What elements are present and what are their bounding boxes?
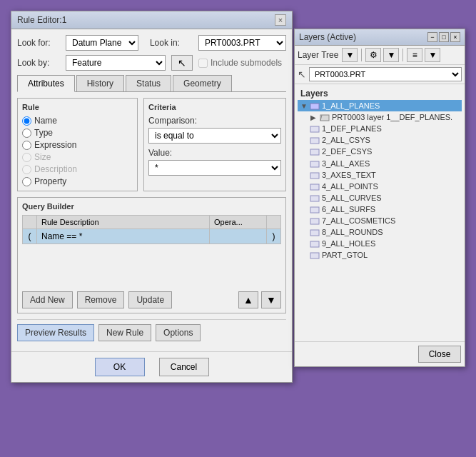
tab-geometry[interactable]: Geometry — [173, 75, 232, 91]
expand-icon — [300, 228, 308, 236]
list-item[interactable]: ▼ 1_ALL_PLANES — [298, 100, 462, 111]
tab-attributes[interactable]: Attributes — [17, 75, 75, 92]
tab-history[interactable]: History — [76, 75, 124, 91]
expand-icon — [300, 171, 308, 179]
up-arrow-button[interactable]: ▲ — [238, 291, 258, 308]
cancel-button[interactable]: Cancel — [159, 358, 209, 376]
add-new-button[interactable]: Add New — [22, 291, 73, 308]
tab-status[interactable]: Status — [126, 75, 171, 91]
list-item[interactable]: 3_ALL_AXES — [298, 157, 462, 169]
list-item[interactable]: 8_ALL_ROUNDS — [298, 226, 462, 238]
maximize-button[interactable]: □ — [439, 32, 449, 42]
rule-expression-radio[interactable]: Expression — [22, 140, 133, 150]
menu-dropdown-button[interactable]: ▼ — [425, 48, 440, 62]
layer-label: 6_ALL_SURFS — [322, 205, 375, 214]
list-item[interactable]: 4_ALL_POINTS — [298, 181, 462, 192]
arrow-group: ▲ ▼ — [238, 291, 281, 308]
rule-section-title: Rule — [22, 103, 133, 111]
layer-label: 4_ALL_POINTS — [322, 182, 378, 191]
look-by-select[interactable]: Feature — [66, 55, 166, 71]
value-select[interactable]: * — [148, 160, 281, 176]
look-in-select[interactable]: PRT0003.PRT — [198, 35, 286, 51]
window-controls: − □ × — [427, 32, 460, 42]
layer-label: 7_ALL_COSMETICS — [322, 216, 395, 225]
layer-tree-filter-button[interactable]: ▼ — [342, 48, 358, 62]
file-select[interactable]: PRT0003.PRT — [309, 67, 462, 81]
query-table: Rule Description Opera... ( Name == * ) — [22, 215, 281, 244]
menu-button[interactable]: ≡ — [407, 48, 422, 62]
layer-icon — [310, 159, 320, 167]
list-item[interactable]: 5_ALL_CURVES — [298, 192, 462, 204]
layer-icon — [310, 136, 320, 144]
down-arrow-button[interactable]: ▼ — [261, 291, 281, 308]
svg-rect-8 — [310, 184, 319, 190]
layer-plane-icon — [310, 101, 320, 110]
value-label: Value: — [148, 148, 281, 158]
layer-icon — [310, 124, 320, 133]
svg-rect-5 — [310, 149, 319, 155]
look-for-row: Look for: Datum Plane Look in: PRT0003.P… — [17, 35, 286, 51]
settings-dropdown-button[interactable]: ▼ — [383, 48, 399, 62]
rule-property-radio[interactable]: Property — [22, 176, 133, 186]
pointer-button[interactable]: ↖ — [171, 55, 193, 71]
look-by-row: Look by: Feature ↖ Include submodels — [17, 55, 286, 71]
layer-label: 3_AXES_TEXT — [322, 171, 376, 179]
minimize-button[interactable]: − — [427, 32, 437, 42]
expand-icon — [300, 182, 308, 190]
preview-results-button[interactable]: Preview Results — [17, 324, 94, 341]
rule-section: Rule Name Type Expression — [17, 98, 138, 191]
table-row[interactable]: ( Name == * ) — [23, 229, 281, 244]
list-item[interactable]: PART_GTOL — [298, 249, 462, 261]
expand-icon: ▼ — [300, 102, 308, 110]
rule-size-radio: Size — [22, 152, 133, 162]
svg-rect-9 — [310, 196, 319, 201]
layer-label: 1_DEF_PLANES — [322, 124, 382, 133]
attribute-tabs: Attributes History Status Geometry — [17, 75, 286, 92]
query-builder-section: Query Builder Rule Description Opera... … — [17, 197, 286, 313]
expand-icon — [300, 240, 308, 248]
list-item[interactable]: 1_DEF_PLANES — [298, 123, 462, 134]
expand-icon — [300, 205, 308, 213]
svg-rect-10 — [310, 207, 319, 213]
look-for-select[interactable]: Datum Plane — [66, 35, 138, 51]
list-item[interactable]: 9_ALL_HOLES — [298, 238, 462, 249]
rule-type-radio[interactable]: Type — [22, 128, 133, 138]
rule-editor-title: Rule Editor:1 — [17, 15, 66, 25]
list-item[interactable]: 2_DEF_CSYS — [298, 146, 462, 157]
layer-icon — [310, 228, 320, 236]
new-rule-button[interactable]: New Rule — [98, 324, 151, 341]
toolbar-separator-2 — [402, 49, 403, 61]
list-item[interactable]: 2_ALL_CSYS — [298, 134, 462, 146]
rule-name-radio[interactable]: Name — [22, 116, 133, 126]
expand-icon — [300, 136, 308, 144]
look-for-label: Look for: — [17, 38, 60, 48]
comparison-select[interactable]: is equal to is not equal to contains beg… — [148, 128, 281, 144]
layer-label: PRT0003 layer 1__DEF_PLANES. — [332, 113, 452, 121]
settings-button[interactable]: ⚙ — [365, 48, 381, 62]
svg-rect-11 — [310, 219, 319, 224]
query-empty-area — [22, 248, 281, 291]
include-submodels-checkbox[interactable] — [198, 59, 208, 68]
options-button[interactable]: Options — [156, 324, 201, 341]
svg-rect-12 — [310, 230, 319, 236]
expand-icon: ▶ — [310, 114, 318, 121]
layer-icon — [310, 182, 320, 191]
layers-close-button[interactable]: × — [450, 32, 460, 42]
layer-tree-label: Layer Tree — [298, 50, 338, 60]
include-submodels-label: Include submodels — [211, 58, 282, 68]
list-item[interactable]: ▶ PRT0003 layer 1__DEF_PLANES. — [308, 111, 462, 123]
layer-label: 8_ALL_ROUNDS — [322, 228, 383, 236]
list-item[interactable]: 6_ALL_SURFS — [298, 204, 462, 215]
layers-footer: Close — [295, 341, 465, 366]
col-description-header: Rule Description — [37, 216, 210, 229]
ok-button[interactable]: OK — [95, 358, 145, 376]
update-button[interactable]: Update — [128, 291, 172, 308]
list-item[interactable]: 7_ALL_COSMETICS — [298, 215, 462, 226]
layer-label: 5_ALL_CURVES — [322, 194, 382, 202]
layers-close-btn[interactable]: Close — [418, 346, 461, 363]
remove-button[interactable]: Remove — [77, 291, 125, 308]
layers-panel: Layers (Active) − □ × Layer Tree ▼ ⚙ ▼ ≡… — [294, 29, 465, 367]
list-item[interactable]: 3_AXES_TEXT — [298, 169, 462, 181]
expand-icon — [300, 159, 308, 167]
rule-editor-close-button[interactable]: × — [275, 14, 286, 26]
